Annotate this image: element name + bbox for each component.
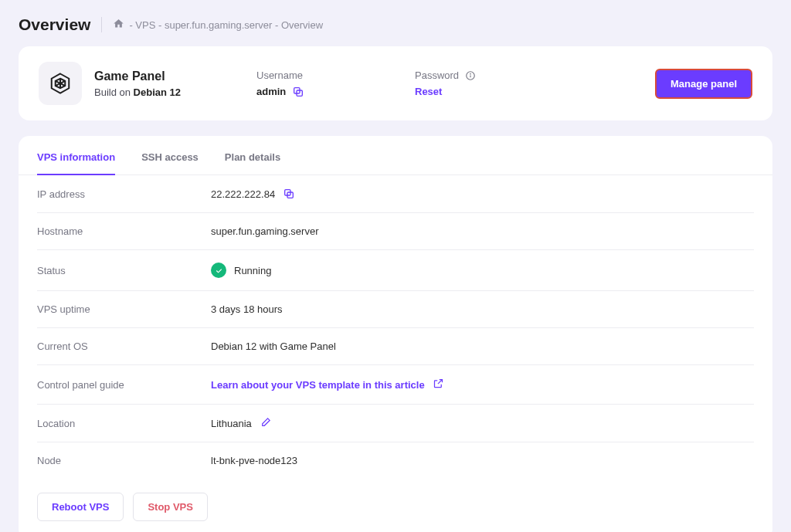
password-column: Password Reset xyxy=(415,69,573,98)
status-label: Status xyxy=(37,265,211,276)
username-value: admin xyxy=(256,86,415,98)
manage-panel-button[interactable]: Manage panel xyxy=(655,69,752,99)
status-check-icon xyxy=(211,263,226,278)
header-divider xyxy=(101,17,102,32)
status-value: Running xyxy=(211,263,271,278)
breadcrumb[interactable]: - VPS - super.fun.gaming.server - Overvi… xyxy=(113,18,323,32)
row-control-panel-guide: Control panel guide Learn about your VPS… xyxy=(37,365,754,405)
copy-username-icon[interactable] xyxy=(292,86,304,98)
actions: Reboot VPS Stop VPS xyxy=(19,479,772,521)
hostname-label: Hostname xyxy=(37,225,211,237)
tab-plan-details[interactable]: Plan details xyxy=(225,136,280,175)
vps-info-card: VPS information SSH access Plan details … xyxy=(19,136,772,532)
info-icon[interactable] xyxy=(465,70,476,81)
tab-vps-information[interactable]: VPS information xyxy=(37,136,115,175)
os-value: Debian 12 with Game Panel xyxy=(211,341,336,352)
tab-ssh-access[interactable]: SSH access xyxy=(141,136,199,175)
row-location: Location Lithuania xyxy=(37,405,754,442)
edit-location-icon[interactable] xyxy=(260,417,272,429)
uptime-value: 3 days 18 hours xyxy=(211,303,283,315)
stop-vps-button[interactable]: Stop VPS xyxy=(133,493,208,521)
reset-password-link[interactable]: Reset xyxy=(415,86,573,97)
header: Overview - VPS - super.fun.gaming.server… xyxy=(19,15,772,34)
info-rows: IP address 22.222.222.84 Hostname super.… xyxy=(19,175,772,479)
node-label: Node xyxy=(37,455,211,466)
ip-value: 22.222.222.84 xyxy=(211,188,295,200)
copy-ip-icon[interactable] xyxy=(283,188,295,200)
row-uptime: VPS uptime 3 days 18 hours xyxy=(37,291,754,328)
guide-link[interactable]: Learn about your VPS template in this ar… xyxy=(211,378,444,391)
hostname-value: super.fun.gaming.server xyxy=(211,225,318,237)
tabs: VPS information SSH access Plan details xyxy=(19,136,772,175)
row-status: Status Running xyxy=(37,250,754,291)
panel-name: Game Panel xyxy=(94,69,256,83)
external-link-icon xyxy=(433,378,444,391)
panel-build: Build on Debian 12 xyxy=(94,86,256,98)
game-panel-card: Game Panel Build on Debian 12 Username a… xyxy=(19,46,772,120)
page-title: Overview xyxy=(19,15,90,34)
node-value: lt-bnk-pve-node123 xyxy=(211,455,297,466)
home-icon[interactable] xyxy=(113,18,124,32)
row-ip-address: IP address 22.222.222.84 xyxy=(37,175,754,213)
location-value: Lithuania xyxy=(211,417,272,429)
username-label: Username xyxy=(256,69,415,81)
uptime-label: VPS uptime xyxy=(37,303,211,315)
password-label: Password xyxy=(415,69,573,82)
guide-label: Control panel guide xyxy=(37,379,211,391)
guide-value: Learn about your VPS template in this ar… xyxy=(211,378,444,391)
svg-point-4 xyxy=(470,74,470,75)
row-hostname: Hostname super.fun.gaming.server xyxy=(37,213,754,250)
breadcrumb-text: - VPS - super.fun.gaming.server - Overvi… xyxy=(129,19,323,31)
username-column: Username admin xyxy=(256,69,415,98)
panel-info: Game Panel Build on Debian 12 xyxy=(94,69,256,98)
os-label: Current OS xyxy=(37,341,211,352)
row-current-os: Current OS Debian 12 with Game Panel xyxy=(37,328,754,365)
location-label: Location xyxy=(37,418,211,429)
row-node: Node lt-bnk-pve-node123 xyxy=(37,442,754,479)
game-panel-icon xyxy=(39,62,82,105)
reboot-vps-button[interactable]: Reboot VPS xyxy=(37,493,124,521)
ip-label: IP address xyxy=(37,188,211,200)
